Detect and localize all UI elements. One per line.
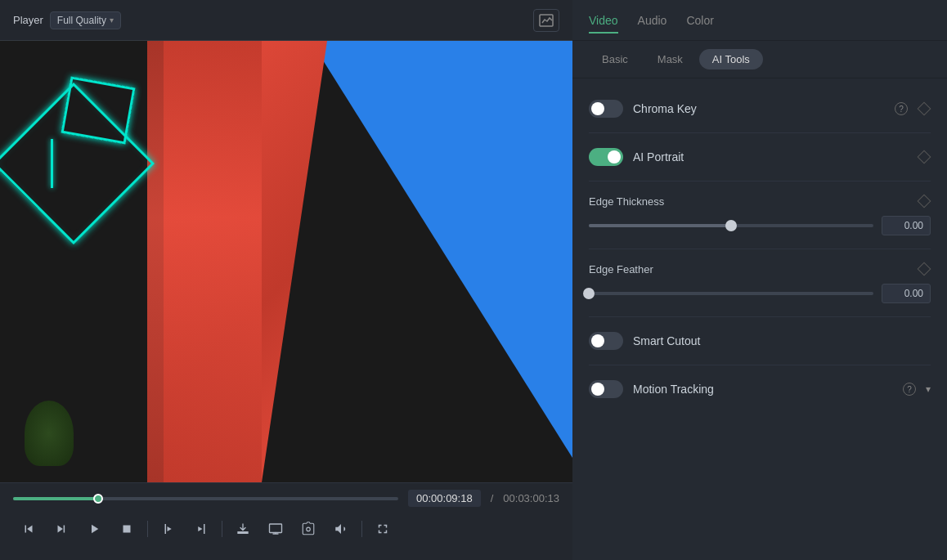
ai-portrait-label: AI Portrait — [633, 150, 908, 164]
step-back-button[interactable] — [13, 513, 44, 544]
edge-thickness-diamond-icon — [918, 195, 931, 208]
chroma-key-label: Chroma Key — [633, 102, 885, 115]
mark-in-button[interactable] — [153, 513, 184, 544]
blue-area — [311, 41, 572, 482]
stop-button[interactable] — [111, 513, 142, 544]
neon-line-v — [51, 139, 53, 188]
subtab-mask[interactable]: Mask — [644, 49, 696, 69]
ai-portrait-diamond-icon — [918, 150, 931, 164]
right-top-tabs: Video Audio Color — [572, 0, 947, 41]
chroma-key-row: Chroma Key ? — [589, 92, 931, 126]
chroma-key-toggle-thumb — [591, 102, 604, 115]
time-total: 00:03:00:13 — [503, 492, 559, 504]
edge-thickness-label: Edge Thickness — [589, 195, 911, 208]
video-canvas — [0, 41, 572, 482]
progress-track[interactable] — [13, 497, 398, 500]
edge-feather-track[interactable] — [589, 292, 873, 295]
motion-tracking-row: Motion Tracking ? ▾ — [589, 372, 931, 406]
neon-rect-small — [61, 77, 136, 145]
separator-3 — [361, 521, 362, 537]
smart-cutout-row: Smart Cutout — [589, 324, 931, 358]
sub-tabs: Basic Mask AI Tools — [572, 41, 947, 78]
tab-audio[interactable]: Audio — [638, 11, 667, 30]
landscape-icon[interactable] — [533, 9, 559, 32]
playback-buttons — [13, 513, 559, 544]
motion-tracking-toggle[interactable] — [589, 380, 623, 398]
edge-feather-section: Edge Feather 0.00 — [589, 256, 931, 310]
chevron-down-icon: ▾ — [110, 16, 114, 25]
edge-thickness-track[interactable] — [589, 224, 873, 227]
smart-cutout-label: Smart Cutout — [633, 334, 931, 347]
volume-button[interactable] — [325, 513, 357, 544]
snapshot-button[interactable] — [293, 513, 324, 544]
chroma-key-toggle[interactable] — [589, 100, 623, 118]
motion-tracking-label: Motion Tracking — [633, 383, 893, 396]
smart-cutout-toggle-thumb — [591, 334, 604, 347]
subtab-ai-tools[interactable]: AI Tools — [699, 49, 763, 69]
top-bar: Player Full Quality ▾ — [0, 0, 572, 41]
motion-tracking-toggle-thumb — [591, 383, 604, 396]
edge-feather-row: 0.00 — [589, 284, 931, 303]
quality-label: Full Quality — [57, 15, 106, 26]
separator-2 — [222, 521, 222, 537]
right-content: Chroma Key ? AI Portrait Edge Thickness — [572, 78, 947, 560]
left-panel: Player Full Quality ▾ — [0, 0, 572, 560]
progress-row: 00:00:09:18 / 00:03:00:13 — [13, 490, 559, 507]
export-button[interactable] — [227, 513, 258, 544]
divider-2 — [589, 181, 931, 181]
progress-fill — [13, 497, 98, 500]
edge-feather-value[interactable]: 0.00 — [882, 284, 931, 303]
frame-back-button[interactable] — [46, 513, 77, 544]
divider-1 — [589, 132, 931, 133]
controls-area: 00:00:09:18 / 00:03:00:13 — [0, 482, 572, 560]
edge-thickness-section: Edge Thickness 0.00 — [589, 188, 931, 242]
player-label: Player — [13, 14, 43, 26]
tab-video[interactable]: Video — [589, 11, 618, 30]
edge-feather-thumb — [583, 288, 595, 299]
play-button[interactable] — [79, 513, 110, 544]
fullscreen-button[interactable] — [367, 513, 398, 544]
ai-portrait-toggle[interactable] — [589, 148, 623, 166]
edge-feather-label: Edge Feather — [589, 263, 911, 276]
edge-thickness-row: 0.00 — [589, 216, 931, 235]
chroma-key-diamond-icon — [918, 102, 931, 115]
progress-thumb — [93, 494, 103, 504]
blue-triangle — [311, 41, 572, 458]
separator-1 — [147, 521, 148, 537]
time-current: 00:00:09:18 — [408, 490, 481, 507]
smart-cutout-toggle[interactable] — [589, 332, 623, 350]
ai-portrait-row: AI Portrait — [589, 140, 931, 174]
person-area — [147, 41, 262, 482]
tab-color[interactable]: Color — [686, 11, 713, 30]
video-area — [0, 41, 572, 482]
divider-5 — [589, 365, 931, 365]
edge-thickness-thumb — [725, 220, 737, 231]
chroma-key-help-icon[interactable]: ? — [895, 102, 908, 115]
edge-thickness-value[interactable]: 0.00 — [882, 216, 931, 235]
edge-thickness-fill — [589, 224, 731, 227]
svg-rect-2 — [270, 524, 282, 533]
svg-rect-1 — [123, 526, 131, 533]
edge-thickness-header: Edge Thickness — [589, 195, 931, 208]
divider-4 — [589, 316, 931, 317]
motion-tracking-help-icon[interactable]: ? — [903, 383, 916, 396]
quality-select[interactable]: Full Quality ▾ — [50, 11, 121, 29]
plant-area — [25, 401, 74, 466]
screen-button[interactable] — [260, 513, 291, 544]
motion-tracking-expand-icon[interactable]: ▾ — [926, 383, 931, 395]
mark-out-button[interactable] — [186, 513, 217, 544]
divider-3 — [589, 249, 931, 249]
edge-feather-header: Edge Feather — [589, 262, 931, 276]
right-panel: Video Audio Color Basic Mask AI Tools Ch… — [572, 0, 947, 560]
edge-feather-diamond-icon — [918, 262, 931, 276]
subtab-basic[interactable]: Basic — [589, 49, 641, 69]
ai-portrait-toggle-thumb — [608, 150, 621, 164]
time-separator: / — [491, 492, 494, 504]
